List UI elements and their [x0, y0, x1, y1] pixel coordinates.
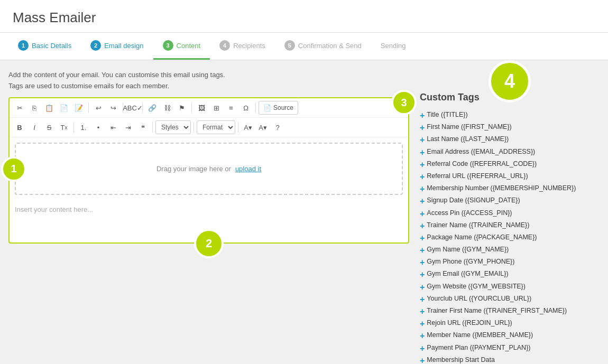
- help-button[interactable]: ?: [271, 120, 284, 134]
- blockquote-button[interactable]: ❝: [136, 120, 150, 134]
- tag-plus-icon[interactable]: +: [420, 306, 425, 316]
- tag-item[interactable]: + Member Name ({MEMBER_NAME}): [420, 331, 600, 341]
- tag-item[interactable]: + Referral Code ({REFERRAL_CODE}): [420, 160, 600, 170]
- tag-label: Gym Website ({GYM_WEBSITE}): [427, 282, 526, 292]
- intro-text: Add the content of your email. You can c…: [8, 71, 409, 79]
- tag-item[interactable]: + Gym Name ({GYM_NAME}): [420, 245, 600, 255]
- decrease-indent-button[interactable]: ⇤: [106, 120, 120, 134]
- bold-button[interactable]: B: [13, 120, 26, 134]
- tag-plus-icon[interactable]: +: [420, 356, 425, 364]
- copy-button[interactable]: ⎘: [27, 101, 41, 115]
- tab-label-content: Content: [177, 42, 201, 50]
- tag-item[interactable]: + Signup Date ({SIGNUP_DATE}): [420, 196, 600, 206]
- content-input-area[interactable]: Insert your content here...: [10, 200, 408, 227]
- tag-plus-icon[interactable]: +: [420, 294, 425, 304]
- paste-button[interactable]: 📋: [42, 101, 56, 115]
- special-char-button[interactable]: Ω: [239, 101, 253, 115]
- toolbar-separator-9: [238, 122, 238, 133]
- font-color-button[interactable]: A▾: [241, 120, 255, 134]
- ordered-list-button[interactable]: 1.: [77, 120, 90, 134]
- tag-plus-icon[interactable]: +: [420, 282, 425, 292]
- spellcheck-button[interactable]: ABC✓: [126, 101, 140, 115]
- tag-plus-icon[interactable]: +: [420, 319, 425, 329]
- tag-plus-icon[interactable]: +: [420, 209, 425, 219]
- format-select[interactable]: Format: [197, 120, 235, 134]
- upload-link[interactable]: upload it: [235, 165, 261, 173]
- tag-item[interactable]: + Access Pin ({ACCESS_PIN}): [420, 209, 600, 219]
- increase-indent-button[interactable]: ⇥: [121, 120, 135, 134]
- toolbar-separator-5: [255, 102, 256, 113]
- tag-plus-icon[interactable]: +: [420, 184, 425, 194]
- content-editor-body: 1 Drag your image here or upload it 2: [10, 143, 408, 242]
- link-button[interactable]: 🔗: [145, 101, 159, 115]
- paste-text-button[interactable]: 📄: [57, 101, 71, 115]
- image-button[interactable]: 🖼: [195, 101, 208, 115]
- tag-item[interactable]: + Membership Start Data({MEMBERSHIP_STAR…: [420, 356, 600, 364]
- tag-plus-icon[interactable]: +: [420, 172, 425, 182]
- tag-item[interactable]: + Gym Phone ({GYM_PHONE}): [420, 257, 600, 267]
- tag-item[interactable]: + Rejoin URL ({REJOIN_URL}): [420, 319, 600, 329]
- bg-color-button[interactable]: A▾: [256, 120, 270, 134]
- tab-content[interactable]: 3 Content: [153, 33, 210, 60]
- tag-item[interactable]: + Title ({TITLE}): [420, 110, 600, 120]
- tag-item[interactable]: + Package Name ({PACKAGE_NAME}): [420, 233, 600, 243]
- tag-item[interactable]: + Gym Email ({GYM_EMAIL}): [420, 269, 600, 279]
- toolbar-row-1: ✂ ⎘ 📋 📄 📝 ↩ ↪ ABC✓ 🔗 ⛓ ⚑ 🖼 ⊞: [10, 98, 408, 118]
- tag-item[interactable]: + Email Address ({EMAIL_ADDRESS}): [420, 147, 600, 157]
- tag-item[interactable]: + Gym Website ({GYM_WEBSITE}): [420, 282, 600, 292]
- tag-plus-icon[interactable]: +: [420, 343, 425, 353]
- cut-button[interactable]: ✂: [13, 101, 26, 115]
- tag-plus-icon[interactable]: +: [420, 135, 425, 145]
- tag-plus-icon[interactable]: +: [420, 245, 425, 255]
- tag-plus-icon[interactable]: +: [420, 160, 425, 170]
- tag-plus-icon[interactable]: +: [420, 123, 425, 133]
- tab-number-5: 5: [284, 40, 295, 51]
- main-content: Add the content of your email. You can c…: [0, 60, 608, 364]
- content-placeholder: Insert your content here...: [15, 206, 93, 213]
- tag-plus-icon[interactable]: +: [420, 221, 425, 231]
- app-title: Mass Emailer: [13, 10, 595, 26]
- tag-plus-icon[interactable]: +: [420, 196, 425, 206]
- tab-label-email-design: Email design: [104, 42, 143, 50]
- tag-label: Package Name ({PACKAGE_NAME}): [427, 233, 537, 242]
- tab-sending[interactable]: Sending: [371, 33, 416, 60]
- styles-select[interactable]: Styles: [155, 120, 191, 134]
- table-button[interactable]: ⊞: [209, 101, 223, 115]
- tab-email-design[interactable]: 2 Email design: [81, 33, 153, 60]
- custom-tags-sidebar: 4 Custom Tags + Title ({TITLE}) + First …: [420, 71, 600, 364]
- tag-label: Gym Email ({GYM_EMAIL}): [427, 269, 508, 279]
- tag-item[interactable]: + Trainer First Name ({TRAINER_FIRST_NAM…: [420, 306, 600, 316]
- undo-button[interactable]: ↩: [91, 101, 105, 115]
- tag-item[interactable]: + Trainer Name ({TRAINER_NAME}): [420, 221, 600, 231]
- image-drop-zone[interactable]: Drag your image here or upload it: [15, 143, 403, 195]
- paste-word-button[interactable]: 📝: [72, 101, 86, 115]
- tag-item[interactable]: + Last Name ({LAST_NAME}): [420, 135, 600, 145]
- tab-basic-details[interactable]: 1 Basic Details: [8, 33, 81, 60]
- tag-plus-icon[interactable]: +: [420, 233, 425, 243]
- tab-number-2: 2: [90, 40, 101, 51]
- tag-item[interactable]: + Membership Number ({MEMBERSHIP_NUMBER}…: [420, 184, 600, 194]
- tag-plus-icon[interactable]: +: [420, 110, 425, 120]
- tab-confirmation[interactable]: 5 Confirmation & Send: [275, 33, 371, 60]
- source-button[interactable]: 📄 Source: [259, 101, 298, 115]
- unlink-button[interactable]: ⛓: [160, 101, 174, 115]
- tab-recipients[interactable]: 4 Recipients: [210, 33, 275, 60]
- tag-plus-icon[interactable]: +: [420, 147, 425, 157]
- align-button[interactable]: ≡: [224, 101, 238, 115]
- tag-plus-icon[interactable]: +: [420, 257, 425, 267]
- italic-button[interactable]: I: [27, 120, 41, 134]
- unordered-list-button[interactable]: •: [91, 120, 105, 134]
- subscript-button[interactable]: Tx: [57, 120, 71, 134]
- tag-plus-icon[interactable]: +: [420, 331, 425, 341]
- tag-item[interactable]: + Yourclub URL ({YOURCLUB_URL}): [420, 294, 600, 304]
- source-label: Source: [273, 104, 293, 111]
- tag-plus-icon[interactable]: +: [420, 269, 425, 279]
- tag-item[interactable]: + First Name ({FIRST_NAME}): [420, 123, 600, 133]
- editor-container: 3 ✂ ⎘ 📋 📄 📝 ↩ ↪ ABC✓ 🔗 ⛓: [8, 97, 409, 244]
- tag-label: Membership Start Data({MEMBERSHIP_START_…: [427, 356, 525, 364]
- tag-item[interactable]: + Payment Plan ({PAYMENT_PLAN}): [420, 343, 600, 353]
- strikethrough-button[interactable]: S: [42, 120, 56, 134]
- redo-button[interactable]: ↪: [106, 101, 120, 115]
- tag-item[interactable]: + Referral URL ({REFERRAL_URL}): [420, 172, 600, 182]
- anchor-button[interactable]: ⚑: [175, 101, 189, 115]
